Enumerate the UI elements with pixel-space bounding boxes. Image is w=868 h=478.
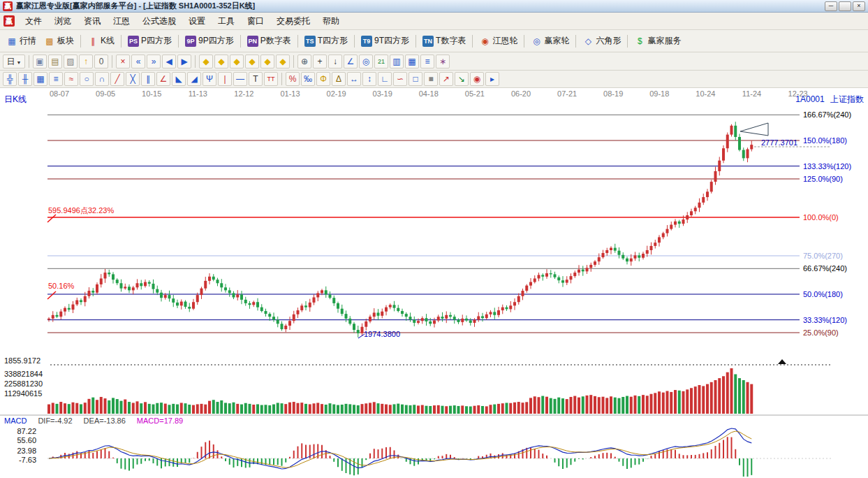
close-button[interactable]: × <box>853 1 865 11</box>
next-bar-icon[interactable]: ▶ <box>177 55 191 68</box>
date-label-09-05: 09-05 <box>93 89 118 98</box>
t-square-button[interactable]: TST四方形 <box>301 34 351 48</box>
tool-vline-icon[interactable]: | <box>218 72 232 86</box>
p-square-button[interactable]: PSP四方形 <box>124 34 175 48</box>
first-bar-icon[interactable]: « <box>131 55 145 68</box>
tool-permille-icon[interactable]: ‰ <box>301 72 315 86</box>
minimize-button[interactable]: ─ <box>825 1 837 11</box>
tool-box-filled-icon[interactable]: ■ <box>424 72 438 86</box>
chart-grid-icon[interactable]: ▦ <box>405 55 419 68</box>
tool-tt-icon[interactable]: TT <box>264 72 278 86</box>
date-label-08-19: 08-19 <box>601 89 626 98</box>
tool-balance-icon[interactable]: Δ <box>332 72 346 86</box>
pan-tool-icon[interactable]: ⊕ <box>297 55 311 68</box>
tool-fan-up-icon[interactable]: ◣ <box>172 72 186 86</box>
quotes-button[interactable]: ▦行情 <box>3 34 40 48</box>
note-icon[interactable]: ▤ <box>48 55 62 68</box>
menu-item-7[interactable]: 工具 <box>212 13 241 29</box>
delete-icon[interactable]: × <box>116 55 130 68</box>
tool-box-icon[interactable]: □ <box>409 72 422 86</box>
calendar-21-icon[interactable]: 21 <box>374 55 388 68</box>
date-label-01-13: 01-13 <box>278 89 303 98</box>
sectors-button[interactable]: ▩板块 <box>41 34 78 48</box>
menu-item-6[interactable]: 设置 <box>182 13 212 29</box>
tool-ruler-icon[interactable]: ≡ <box>49 72 63 86</box>
gann-wheel-button[interactable]: ◉江恩轮 <box>476 34 521 48</box>
menu-item-3[interactable]: 资讯 <box>78 13 107 29</box>
gann-diamond-4-icon[interactable]: ◆ <box>245 55 259 68</box>
tool-grid-box-icon[interactable]: ▦ <box>34 72 47 86</box>
tool-flag-icon[interactable]: ▸ <box>485 72 499 86</box>
t9-square-button[interactable]: T99T四方形 <box>358 34 413 48</box>
date-label-10-15: 10-15 <box>139 89 164 98</box>
gann-level-label: 75.0%(270) <box>803 252 843 260</box>
tool-grid-fine-icon[interactable]: ╫ <box>18 72 32 86</box>
tool-measure-v-icon[interactable]: ↕ <box>362 72 376 86</box>
menu-item-8[interactable]: 窗口 <box>241 13 270 29</box>
gann-point-label: 595.9496点32.23% <box>48 206 114 215</box>
volume-bars-layer <box>47 368 753 414</box>
overlay-icon[interactable]: ▨ <box>64 55 78 68</box>
maximize-button[interactable] <box>839 1 851 11</box>
tool-arrow-up-icon[interactable]: ↗ <box>439 72 453 86</box>
stamp-icon[interactable]: ▣ <box>33 55 47 68</box>
toolbar-separator <box>240 35 241 48</box>
up-arrow-icon[interactable]: ↑ <box>79 55 93 68</box>
hexagon-button[interactable]: ◇六角形 <box>579 34 624 48</box>
list-view-icon[interactable]: ≡ <box>420 55 434 68</box>
tool-trend-line-icon[interactable]: ╱ <box>110 72 124 86</box>
tool-cycle-icon[interactable]: ∽ <box>393 72 407 86</box>
tool-golden-icon[interactable]: Φ <box>316 72 330 86</box>
tool-gann-grid-icon[interactable]: ╬ <box>3 72 17 86</box>
tool-step-icon[interactable]: ∟ <box>378 72 392 86</box>
drop-line-icon[interactable]: ↓ <box>328 55 342 68</box>
winner-service-button[interactable]: $赢家服务 <box>631 34 684 48</box>
tool-arrow-down-icon[interactable]: ↘ <box>455 72 469 86</box>
macd-axis-label-4: -7.63 <box>3 456 36 465</box>
winner-wheel-button[interactable]: ◎赢家轮 <box>527 34 573 48</box>
menu-item-9[interactable]: 交易委托 <box>270 13 316 29</box>
chart-window-icon[interactable]: ▥ <box>390 55 404 68</box>
kline-button[interactable]: ∥K线 <box>84 34 118 48</box>
tool-cross-line-icon[interactable]: ╳ <box>126 72 140 86</box>
misc-tool-icon[interactable]: ∗ <box>436 55 450 68</box>
zero-marker-icon[interactable]: 0 <box>94 55 108 68</box>
crosshair-icon[interactable]: + <box>313 55 327 68</box>
menu-item-5[interactable]: 公式选股 <box>136 13 182 29</box>
tool-parallel-icon[interactable]: ∥ <box>141 72 155 86</box>
menu-item-1[interactable]: 文件 <box>19 13 48 29</box>
p9-square-button[interactable]: 9P9P四方形 <box>182 34 237 48</box>
menu-item-4[interactable]: 江恩 <box>107 13 136 29</box>
app-menu-icon[interactable]: 赢 <box>3 15 15 27</box>
tool-hline-icon[interactable]: — <box>233 72 247 86</box>
tool-circle-icon[interactable]: ○ <box>80 72 94 86</box>
tool-angle-icon[interactable]: ∠ <box>156 72 170 86</box>
gann-diamond-6-icon[interactable]: ◆ <box>276 55 290 68</box>
toolbar-separator <box>627 35 628 48</box>
tool-pitchfork-icon[interactable]: Ψ <box>203 72 216 86</box>
menu-item-2[interactable]: 浏览 <box>48 13 78 29</box>
gann-diamond-1-icon[interactable]: ◆ <box>199 55 213 68</box>
gann-wheel-icon: ◉ <box>479 36 490 47</box>
gann-diamond-2-icon[interactable]: ◆ <box>214 55 228 68</box>
tool-arc-icon[interactable]: ∩ <box>95 72 109 86</box>
tool-target-icon[interactable]: ◉ <box>470 72 484 86</box>
t-number-table-button[interactable]: TNT数字表 <box>419 34 469 48</box>
spiral-tool-icon[interactable]: ◎ <box>359 55 373 68</box>
toolbar-separator <box>195 55 196 68</box>
gann-diamond-3-icon[interactable]: ◆ <box>230 55 244 68</box>
angle-tool-icon[interactable]: ∠ <box>344 55 358 68</box>
tool-fan-down-icon[interactable]: ◢ <box>187 72 201 86</box>
prev-bar-icon[interactable]: ◀ <box>162 55 176 68</box>
gann-diamond-5-icon[interactable]: ◆ <box>260 55 274 68</box>
p-number-table-button[interactable]: PNP数字表 <box>244 34 295 48</box>
tool-text-icon[interactable]: T <box>249 72 263 86</box>
macd-header: MACD DIF=-4.92 DEA=-13.86 MACD=17.89 <box>4 417 183 425</box>
menu-item-10[interactable]: 帮助 <box>316 13 346 29</box>
tool-wave-icon[interactable]: ≈ <box>64 72 78 86</box>
tool-percent-icon[interactable]: % <box>286 72 300 86</box>
toolbar-separator <box>112 55 112 68</box>
tool-measure-h-icon[interactable]: ↔ <box>347 72 361 86</box>
last-bar-icon[interactable]: » <box>147 55 161 68</box>
period-selector[interactable]: 日▼ <box>3 55 25 68</box>
